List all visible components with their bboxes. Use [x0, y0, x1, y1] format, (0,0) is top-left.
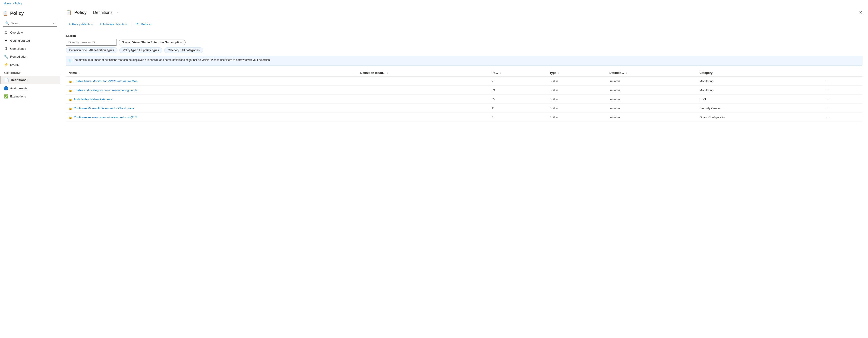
- row-type-cell: BuiltIn: [547, 86, 607, 95]
- table-container: Name ↕ Definition locati... ↕ Po... ↕: [66, 69, 863, 122]
- row-category-cell: Monitoring: [697, 77, 823, 86]
- filter-badge-category[interactable]: Category : All categories: [164, 47, 203, 53]
- row-definition-location-cell: [358, 95, 489, 104]
- row-po-cell: 3: [489, 113, 547, 122]
- header-more-button[interactable]: ···: [117, 10, 121, 15]
- row-type-cell: BuiltIn: [547, 95, 607, 104]
- row-more-button[interactable]: ···: [826, 88, 831, 92]
- refresh-button[interactable]: ↻ Refresh: [134, 21, 154, 28]
- page-title-text: Policy: [10, 11, 24, 16]
- sidebar-item-overview[interactable]: ⊙ Overview: [0, 29, 60, 37]
- sidebar-item-getting-started-label: Getting started: [10, 39, 30, 42]
- row-more-cell[interactable]: ···: [823, 113, 863, 122]
- content-area: 📋 Policy | Definitions ··· ✕ + Policy de…: [60, 7, 868, 338]
- row-name-cell[interactable]: 🔒Configure Microsoft Defender for Cloud …: [66, 104, 358, 113]
- scope-prefix: Scope :: [122, 41, 132, 44]
- col-type-label: Type: [550, 71, 556, 74]
- collapse-button[interactable]: «: [53, 22, 55, 25]
- breadcrumb-policy[interactable]: Policy: [14, 2, 22, 5]
- page-header-title: Policy: [74, 10, 87, 15]
- table-row: 🔒Audit Public Network Access 35 BuiltIn …: [66, 95, 863, 104]
- sidebar-search-input[interactable]: [11, 22, 52, 25]
- row-more-button[interactable]: ···: [826, 115, 831, 119]
- close-button[interactable]: ✕: [859, 10, 863, 15]
- initiative-definition-label: Initiative definition: [103, 23, 127, 26]
- filter-policy-type-label: Policy type :: [123, 48, 138, 52]
- policy-definition-button[interactable]: + Policy definition: [66, 21, 96, 28]
- breadcrumb-home[interactable]: Home: [4, 2, 11, 5]
- sidebar-item-remediation-label: Remediation: [10, 55, 27, 58]
- row-more-cell[interactable]: ···: [823, 77, 863, 86]
- app-container: Home > Policy 📋 Policy 🔍 « ⊙ Overv: [0, 0, 868, 338]
- main-layout: 📋 Policy 🔍 « ⊙ Overview ✦ Getting starte…: [0, 7, 868, 338]
- row-more-button[interactable]: ···: [826, 97, 831, 101]
- row-category-cell: Guest Configuration: [697, 113, 823, 122]
- row-more-button[interactable]: ···: [826, 79, 831, 83]
- sidebar-item-compliance[interactable]: 🗒 Compliance: [0, 45, 60, 53]
- row-lock-icon: 🔒: [68, 79, 72, 83]
- row-po-cell: 7: [489, 77, 547, 86]
- row-type-cell: BuiltIn: [547, 77, 607, 86]
- col-header-actions: [823, 69, 863, 77]
- filter-badge-definition-type[interactable]: Definition type : All definition types: [66, 47, 118, 53]
- col-po-sort-icon: ↕: [500, 72, 501, 74]
- col-category-label: Category: [700, 71, 713, 74]
- sidebar-item-exemptions-label: Exemptions: [10, 95, 26, 98]
- main-content: Search Scope : Visual Studio Enterprise …: [60, 30, 868, 338]
- table-row: 🔒Enable Azure Monitor for VMSS with Azur…: [66, 77, 863, 86]
- filter-policy-type-value: All policy types: [138, 48, 159, 52]
- sidebar-item-events[interactable]: ⚡ Events: [0, 61, 60, 69]
- policy-icon: 📋: [3, 11, 8, 16]
- sidebar-item-events-label: Events: [10, 63, 20, 66]
- col-definition-label: Definitio...: [610, 71, 624, 74]
- row-name-cell[interactable]: 🔒Configure secure communication protocol…: [66, 113, 358, 122]
- col-header-name[interactable]: Name ↕: [66, 69, 358, 77]
- authoring-section-label: Authoring: [0, 69, 60, 76]
- definitions-table: Name ↕ Definition locati... ↕ Po... ↕: [66, 69, 863, 122]
- breadcrumb-separator: >: [12, 2, 14, 5]
- row-name-cell[interactable]: 🔒Enable audit category group resource lo…: [66, 86, 358, 95]
- table-row: 🔒Configure Microsoft Defender for Cloud …: [66, 104, 863, 113]
- filter-badge-policy-type[interactable]: Policy type : All policy types: [119, 47, 162, 53]
- search-label: Search: [66, 34, 863, 37]
- col-header-definition-location[interactable]: Definition locati... ↕: [358, 69, 489, 77]
- col-header-definition[interactable]: Definitio... ↕: [607, 69, 697, 77]
- sidebar-search-box[interactable]: 🔍 «: [3, 20, 57, 27]
- row-definition-cell: Initiative: [607, 86, 697, 95]
- col-header-po[interactable]: Po... ↕: [489, 69, 547, 77]
- table-header-row: Name ↕ Definition locati... ↕ Po... ↕: [66, 69, 863, 77]
- row-name-cell[interactable]: 🔒Audit Public Network Access: [66, 95, 358, 104]
- row-more-cell[interactable]: ···: [823, 86, 863, 95]
- filter-category-label: Category :: [168, 48, 181, 52]
- row-more-cell[interactable]: ···: [823, 95, 863, 104]
- search-section: Search Scope : Visual Studio Enterprise …: [66, 34, 863, 53]
- policy-definition-label: Policy definition: [72, 23, 93, 26]
- col-header-category[interactable]: Category ↕: [697, 69, 823, 77]
- row-type-cell: BuiltIn: [547, 113, 607, 122]
- sidebar-item-assignments[interactable]: 🔵 Assignments: [0, 84, 60, 92]
- sidebar-item-compliance-label: Compliance: [10, 47, 26, 50]
- col-po-label: Po...: [492, 71, 498, 74]
- sidebar: 📋 Policy 🔍 « ⊙ Overview ✦ Getting starte…: [0, 7, 60, 338]
- row-definition-location-cell: [358, 77, 489, 86]
- col-category-sort-icon: ↕: [714, 72, 716, 74]
- initiative-definition-button[interactable]: + Initiative definition: [97, 21, 130, 28]
- row-more-cell[interactable]: ···: [823, 104, 863, 113]
- col-header-type[interactable]: Type ↕: [547, 69, 607, 77]
- sidebar-item-getting-started[interactable]: ✦ Getting started: [0, 37, 60, 45]
- scope-badge[interactable]: Scope : Visual Studio Enterprise Subscri…: [119, 40, 186, 45]
- events-icon: ⚡: [4, 63, 8, 67]
- row-more-button[interactable]: ···: [826, 106, 831, 110]
- sidebar-item-remediation[interactable]: 🔧 Remediation: [0, 53, 60, 61]
- sidebar-item-definitions[interactable]: 📄 Definitions: [0, 76, 60, 84]
- row-type-cell: BuiltIn: [547, 104, 607, 113]
- filter-input[interactable]: [66, 39, 117, 45]
- col-definition-sort-icon: ↕: [626, 72, 627, 74]
- row-definition-cell: Initiative: [607, 95, 697, 104]
- row-name-cell[interactable]: 🔒Enable Azure Monitor for VMSS with Azur…: [66, 77, 358, 86]
- row-lock-icon: 🔒: [68, 115, 72, 119]
- sidebar-item-assignments-label: Assignments: [10, 87, 27, 90]
- row-definition-cell: Initiative: [607, 104, 697, 113]
- sidebar-item-exemptions[interactable]: ✅ Exemptions: [0, 92, 60, 100]
- row-definition-location-cell: [358, 113, 489, 122]
